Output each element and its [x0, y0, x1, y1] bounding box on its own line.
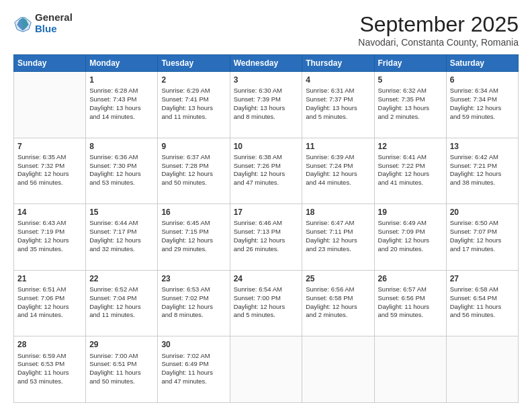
- day-number: 15: [89, 207, 154, 218]
- col-thursday: Thursday: [302, 55, 374, 72]
- calendar-week-5: 28Sunrise: 6:59 AMSunset: 6:53 PMDayligh…: [14, 336, 519, 403]
- day-info: Sunrise: 6:58 AMSunset: 6:54 PMDaylight:…: [450, 285, 515, 320]
- day-info: Sunrise: 6:53 AMSunset: 7:02 PMDaylight:…: [161, 285, 226, 320]
- col-saturday: Saturday: [446, 55, 518, 72]
- day-info: Sunrise: 6:41 AMSunset: 7:22 PMDaylight:…: [378, 153, 443, 187]
- day-info: Sunrise: 6:50 AMSunset: 7:07 PMDaylight:…: [450, 219, 515, 253]
- day-number: 9: [161, 141, 226, 152]
- calendar-cell: 26Sunrise: 6:57 AMSunset: 6:56 PMDayligh…: [374, 270, 446, 336]
- col-sunday: Sunday: [14, 55, 86, 72]
- title-month: September 2025: [358, 12, 519, 37]
- day-info: Sunrise: 6:30 AMSunset: 7:39 PMDaylight:…: [234, 87, 299, 121]
- day-info: Sunrise: 6:59 AMSunset: 6:53 PMDaylight:…: [17, 352, 82, 386]
- day-number: 4: [306, 75, 370, 85]
- day-number: 10: [234, 141, 299, 152]
- day-number: 7: [17, 141, 82, 152]
- day-number: 5: [378, 75, 443, 85]
- day-number: 23: [161, 273, 226, 284]
- calendar-cell: 5Sunrise: 6:32 AMSunset: 7:35 PMDaylight…: [374, 72, 446, 138]
- day-info: Sunrise: 6:47 AMSunset: 7:11 PMDaylight:…: [306, 219, 370, 253]
- calendar-cell: 18Sunrise: 6:47 AMSunset: 7:11 PMDayligh…: [302, 204, 374, 271]
- calendar-week-4: 21Sunrise: 6:51 AMSunset: 7:06 PMDayligh…: [14, 270, 519, 336]
- title-block: September 2025 Navodari, Constanta Count…: [358, 12, 519, 48]
- title-location: Navodari, Constanta County, Romania: [358, 37, 519, 48]
- calendar-table: Sunday Monday Tuesday Wednesday Thursday…: [13, 54, 519, 403]
- day-number: 16: [161, 207, 226, 218]
- day-number: 19: [378, 207, 443, 218]
- day-number: 11: [306, 141, 370, 152]
- day-info: Sunrise: 7:00 AMSunset: 6:51 PMDaylight:…: [89, 352, 154, 386]
- calendar-week-3: 14Sunrise: 6:43 AMSunset: 7:19 PMDayligh…: [14, 204, 519, 271]
- day-info: Sunrise: 6:52 AMSunset: 7:04 PMDaylight:…: [89, 285, 154, 320]
- day-number: 24: [234, 273, 299, 284]
- calendar-cell: 22Sunrise: 6:52 AMSunset: 7:04 PMDayligh…: [86, 270, 158, 336]
- logo-text: General Blue: [35, 12, 73, 34]
- calendar-cell: 28Sunrise: 6:59 AMSunset: 6:53 PMDayligh…: [14, 336, 86, 403]
- day-info: Sunrise: 6:45 AMSunset: 7:15 PMDaylight:…: [161, 219, 226, 253]
- day-info: Sunrise: 6:44 AMSunset: 7:17 PMDaylight:…: [89, 219, 154, 253]
- calendar-cell: 8Sunrise: 6:36 AMSunset: 7:30 PMDaylight…: [86, 138, 158, 204]
- day-number: 17: [234, 207, 299, 218]
- day-info: Sunrise: 6:56 AMSunset: 6:58 PMDaylight:…: [306, 285, 370, 320]
- calendar-cell: 3Sunrise: 6:30 AMSunset: 7:39 PMDaylight…: [230, 72, 302, 138]
- calendar-cell: 6Sunrise: 6:34 AMSunset: 7:34 PMDaylight…: [446, 72, 518, 138]
- day-number: 27: [450, 273, 515, 284]
- day-info: Sunrise: 6:39 AMSunset: 7:24 PMDaylight:…: [306, 153, 370, 187]
- calendar-cell: [230, 336, 302, 403]
- day-info: Sunrise: 6:38 AMSunset: 7:26 PMDaylight:…: [234, 153, 299, 187]
- calendar-cell: 4Sunrise: 6:31 AMSunset: 7:37 PMDaylight…: [302, 72, 374, 138]
- calendar-cell: 17Sunrise: 6:46 AMSunset: 7:13 PMDayligh…: [230, 204, 302, 271]
- day-number: 29: [89, 339, 154, 350]
- header: General Blue September 2025 Navodari, Co…: [13, 12, 519, 48]
- logo-icon: [13, 14, 32, 33]
- calendar-header-row: Sunday Monday Tuesday Wednesday Thursday…: [14, 55, 519, 72]
- day-number: 12: [378, 141, 443, 152]
- calendar-cell: 13Sunrise: 6:42 AMSunset: 7:21 PMDayligh…: [446, 138, 518, 204]
- day-number: 18: [306, 207, 370, 218]
- calendar-cell: 15Sunrise: 6:44 AMSunset: 7:17 PMDayligh…: [86, 204, 158, 271]
- logo-general-text: General: [35, 12, 73, 24]
- day-number: 30: [161, 339, 226, 350]
- calendar-cell: 25Sunrise: 6:56 AMSunset: 6:58 PMDayligh…: [302, 270, 374, 336]
- calendar-cell: 30Sunrise: 7:02 AMSunset: 6:49 PMDayligh…: [158, 336, 230, 403]
- col-monday: Monday: [86, 55, 158, 72]
- calendar-cell: 27Sunrise: 6:58 AMSunset: 6:54 PMDayligh…: [446, 270, 518, 336]
- day-info: Sunrise: 6:34 AMSunset: 7:34 PMDaylight:…: [450, 87, 515, 121]
- calendar-cell: 29Sunrise: 7:00 AMSunset: 6:51 PMDayligh…: [86, 336, 158, 403]
- day-info: Sunrise: 6:36 AMSunset: 7:30 PMDaylight:…: [89, 153, 154, 187]
- calendar-cell: [374, 336, 446, 403]
- calendar-cell: [14, 72, 86, 138]
- calendar-cell: 1Sunrise: 6:28 AMSunset: 7:43 PMDaylight…: [86, 72, 158, 138]
- day-number: 8: [89, 141, 154, 152]
- calendar-cell: 11Sunrise: 6:39 AMSunset: 7:24 PMDayligh…: [302, 138, 374, 204]
- day-info: Sunrise: 6:54 AMSunset: 7:00 PMDaylight:…: [234, 285, 299, 320]
- day-info: Sunrise: 6:51 AMSunset: 7:06 PMDaylight:…: [17, 285, 82, 320]
- day-number: 28: [17, 339, 82, 350]
- logo: General Blue: [13, 12, 73, 34]
- logo-blue-text: Blue: [35, 24, 73, 35]
- calendar-cell: 7Sunrise: 6:35 AMSunset: 7:32 PMDaylight…: [14, 138, 86, 204]
- day-number: 21: [17, 273, 82, 284]
- day-number: 14: [17, 207, 82, 218]
- calendar-week-2: 7Sunrise: 6:35 AMSunset: 7:32 PMDaylight…: [14, 138, 519, 204]
- day-number: 1: [89, 75, 154, 85]
- day-info: Sunrise: 7:02 AMSunset: 6:49 PMDaylight:…: [161, 352, 226, 386]
- calendar-cell: [302, 336, 374, 403]
- day-info: Sunrise: 6:43 AMSunset: 7:19 PMDaylight:…: [17, 219, 82, 253]
- day-info: Sunrise: 6:49 AMSunset: 7:09 PMDaylight:…: [378, 219, 443, 253]
- calendar-cell: 12Sunrise: 6:41 AMSunset: 7:22 PMDayligh…: [374, 138, 446, 204]
- day-info: Sunrise: 6:28 AMSunset: 7:43 PMDaylight:…: [89, 87, 154, 121]
- day-number: 22: [89, 273, 154, 284]
- calendar-cell: [446, 336, 518, 403]
- day-number: 13: [450, 141, 515, 152]
- calendar-cell: 19Sunrise: 6:49 AMSunset: 7:09 PMDayligh…: [374, 204, 446, 271]
- page: General Blue September 2025 Navodari, Co…: [0, 0, 532, 411]
- day-number: 2: [161, 75, 226, 85]
- day-number: 3: [234, 75, 299, 85]
- col-wednesday: Wednesday: [230, 55, 302, 72]
- day-info: Sunrise: 6:32 AMSunset: 7:35 PMDaylight:…: [378, 87, 443, 121]
- day-info: Sunrise: 6:57 AMSunset: 6:56 PMDaylight:…: [378, 285, 443, 320]
- calendar-cell: 21Sunrise: 6:51 AMSunset: 7:06 PMDayligh…: [14, 270, 86, 336]
- calendar-cell: 2Sunrise: 6:29 AMSunset: 7:41 PMDaylight…: [158, 72, 230, 138]
- col-tuesday: Tuesday: [158, 55, 230, 72]
